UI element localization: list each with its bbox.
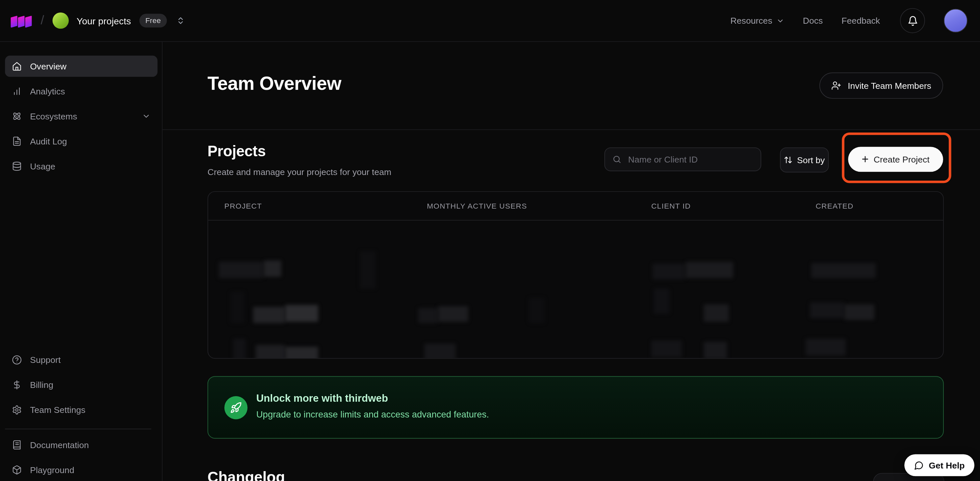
sidebar-item-billing[interactable]: Billing xyxy=(5,375,157,396)
thirdweb-logo-icon[interactable] xyxy=(10,13,32,28)
search-icon xyxy=(612,154,621,164)
cube-icon xyxy=(12,465,22,475)
invite-team-members-button[interactable]: Invite Team Members xyxy=(820,72,943,99)
plan-badge: Free xyxy=(139,14,167,28)
notifications-button[interactable] xyxy=(900,8,925,33)
chevron-down-icon xyxy=(776,16,784,25)
thirdweb-dashboard: / Your projects Free Resources Docs Feed… xyxy=(0,0,980,481)
search-input[interactable] xyxy=(627,154,753,165)
sidebar-item-audit-log[interactable]: Audit Log xyxy=(5,131,157,152)
sidebar-item-documentation[interactable]: Documentation xyxy=(5,434,157,456)
bar-chart-icon xyxy=(12,86,22,96)
sidebar-item-ecosystems[interactable]: Ecosystems xyxy=(5,106,157,127)
database-icon xyxy=(12,161,22,171)
project-search[interactable] xyxy=(605,148,762,171)
projects-table: PROJECT MONTHLY ACTIVE USERS CLIENT ID C… xyxy=(208,191,944,359)
file-text-icon xyxy=(12,136,22,146)
banner-title: Unlock more with thirdweb xyxy=(256,392,388,404)
gear-icon xyxy=(12,405,22,415)
nav-resources[interactable]: Resources xyxy=(730,16,784,25)
column-header-mau[interactable]: MONTHLY ACTIVE USERS xyxy=(427,192,527,220)
chat-bubble-icon xyxy=(914,460,924,470)
arrow-up-down-icon xyxy=(784,156,793,165)
nav-feedback[interactable]: Feedback xyxy=(842,16,880,25)
section-divider xyxy=(162,129,980,130)
book-icon xyxy=(12,440,22,450)
table-rows-redacted xyxy=(208,221,943,359)
sidebar-item-playground[interactable]: Playground xyxy=(5,459,157,481)
column-header-client-id[interactable]: CLIENT ID xyxy=(651,192,691,220)
dollar-icon xyxy=(12,380,22,390)
table-header-row: PROJECT MONTHLY ACTIVE USERS CLIENT ID C… xyxy=(208,192,943,221)
column-header-project[interactable]: PROJECT xyxy=(224,192,262,220)
sidebar-item-overview[interactable]: Overview xyxy=(5,56,157,77)
team-switcher-icon[interactable] xyxy=(177,16,185,25)
atom-icon xyxy=(12,111,22,121)
bell-icon xyxy=(907,16,918,26)
sort-by-button[interactable]: Sort by xyxy=(780,148,829,172)
sidebar-item-analytics[interactable]: Analytics xyxy=(5,81,157,102)
home-icon xyxy=(12,61,22,71)
user-plus-icon xyxy=(832,81,842,90)
plus-icon: + xyxy=(862,152,869,165)
upsell-banner[interactable]: Unlock more with thirdweb Upgrade to inc… xyxy=(208,376,944,438)
top-header: / Your projects Free Resources Docs Feed… xyxy=(0,0,980,42)
sidebar-divider xyxy=(5,429,151,429)
help-circle-icon xyxy=(12,355,22,365)
get-help-button[interactable]: Get Help xyxy=(904,454,974,476)
projects-heading: Projects xyxy=(208,143,266,160)
sidebar-item-support[interactable]: Support xyxy=(5,349,157,371)
changelog-heading: Changelog xyxy=(208,468,285,481)
team-avatar[interactable] xyxy=(52,13,68,29)
chevron-down-icon xyxy=(142,112,151,121)
user-avatar[interactable] xyxy=(944,9,967,33)
banner-subtitle: Upgrade to increase limits and access ad… xyxy=(256,409,489,419)
column-header-created[interactable]: CREATED xyxy=(815,192,853,220)
sidebar-item-usage[interactable]: Usage xyxy=(5,156,157,177)
main-content: Team Overview Invite Team Members Projec… xyxy=(162,42,980,481)
create-project-button[interactable]: + Create Project xyxy=(848,147,943,172)
header-nav: Resources Docs Feedback xyxy=(730,8,967,33)
rocket-icon xyxy=(224,396,247,419)
sidebar-item-team-settings[interactable]: Team Settings xyxy=(5,399,157,421)
breadcrumb-separator: / xyxy=(40,13,44,27)
projects-subtitle: Create and manage your projects for your… xyxy=(208,167,391,177)
sidebar: Overview Analytics Ecosystems Audit Log … xyxy=(0,42,162,481)
header-breadcrumb: / Your projects Free xyxy=(10,13,185,29)
nav-docs[interactable]: Docs xyxy=(803,16,823,25)
team-name[interactable]: Your projects xyxy=(77,16,131,26)
page-title: Team Overview xyxy=(208,73,341,94)
